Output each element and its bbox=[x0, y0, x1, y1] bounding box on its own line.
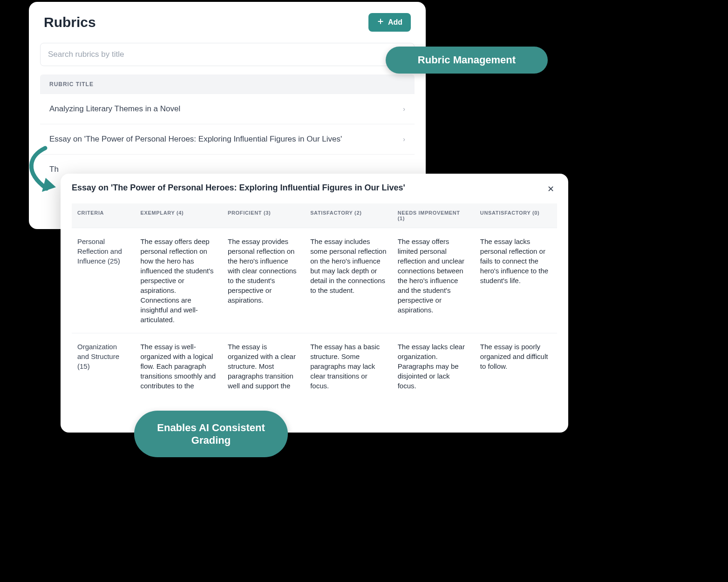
rubric-row-cutoff: Th bbox=[40, 155, 415, 176]
criteria-cell: Personal Reflection and Influence (25) bbox=[72, 228, 135, 333]
search-input[interactable] bbox=[40, 43, 415, 66]
table-header-row: CRITERIA EXEMPLARY (4) PROFICIENT (3) SA… bbox=[72, 203, 557, 228]
list-column-header: RUBRIC TITLE bbox=[40, 74, 415, 94]
rubric-cell: The essay is well-organized with a logic… bbox=[135, 333, 222, 399]
table-row: Organization and Structure (15) The essa… bbox=[72, 333, 557, 399]
close-button[interactable]: ✕ bbox=[544, 183, 557, 195]
rubric-cell: The essay has a basic structure. Some pa… bbox=[305, 333, 392, 399]
col-needs-improvement: NEEDS IMPROVEMENT (1) bbox=[392, 203, 475, 228]
rubric-cell: The essay offers limited personal reflec… bbox=[392, 228, 475, 333]
rubric-row[interactable]: Analyzing Literary Themes in a Novel › bbox=[40, 94, 415, 124]
add-button-label: Add bbox=[388, 18, 402, 27]
close-icon: ✕ bbox=[547, 184, 554, 194]
rubric-cell: The essay is poorly organized and diffic… bbox=[475, 333, 557, 399]
rubric-cell: The essay includes some personal reflect… bbox=[305, 228, 392, 333]
col-satisfactory: SATISFACTORY (2) bbox=[305, 203, 392, 228]
rubric-cell: The essay offers deep personal reflectio… bbox=[135, 228, 222, 333]
rubric-cell: The essay lacks personal reflection or f… bbox=[475, 228, 557, 333]
callout-badge-ai-grading: Enables AI Consistent Grading bbox=[134, 411, 288, 457]
rubric-cell: The essay lacks clear organization. Para… bbox=[392, 333, 475, 399]
chevron-right-icon: › bbox=[403, 135, 405, 143]
rubric-grid: CRITERIA EXEMPLARY (4) PROFICIENT (3) SA… bbox=[72, 203, 557, 399]
col-criteria: CRITERIA bbox=[72, 203, 135, 228]
rubric-detail-card: Essay on 'The Power of Personal Heroes: … bbox=[61, 174, 568, 433]
rubric-row-title: Essay on 'The Power of Personal Heroes: … bbox=[49, 135, 342, 144]
chevron-right-icon: › bbox=[403, 105, 405, 113]
rubric-detail-title: Essay on 'The Power of Personal Heroes: … bbox=[72, 183, 415, 193]
col-unsatisfactory: UNSATISFACTORY (0) bbox=[475, 203, 557, 228]
col-proficient: PROFICIENT (3) bbox=[222, 203, 305, 228]
plus-icon bbox=[377, 18, 384, 27]
col-exemplary: EXEMPLARY (4) bbox=[135, 203, 222, 228]
arrow-annotation-icon bbox=[20, 144, 66, 196]
callout-badge-rubric-management: Rubric Management bbox=[386, 47, 548, 74]
rubric-row-title: Analyzing Literary Themes in a Novel bbox=[49, 104, 180, 114]
rubric-cell: The essay provides personal reflection o… bbox=[222, 228, 305, 333]
rubric-row[interactable]: Essay on 'The Power of Personal Heroes: … bbox=[40, 124, 415, 155]
rubric-cell: The essay is organized with a clear stru… bbox=[222, 333, 305, 399]
criteria-cell: Organization and Structure (15) bbox=[72, 333, 135, 399]
page-title: Rubrics bbox=[44, 14, 96, 30]
add-button[interactable]: Add bbox=[368, 13, 411, 32]
table-row: Personal Reflection and Influence (25) T… bbox=[72, 228, 557, 333]
rubrics-header: Rubrics Add bbox=[29, 2, 426, 40]
